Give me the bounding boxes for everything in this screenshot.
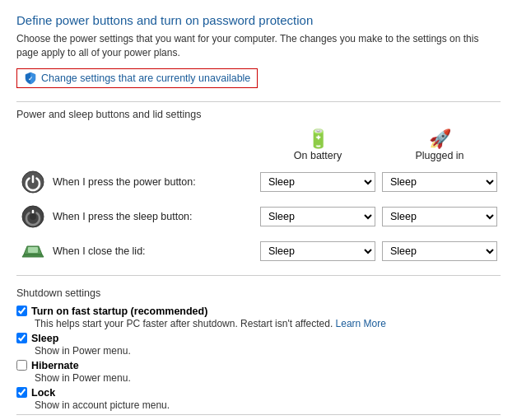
shutdown-item-fast_startup: Turn on fast startup (recommended)This h…: [16, 306, 501, 329]
row-icon-2: [20, 238, 46, 264]
shutdown-item-desc-lock: Show in account picture menu.: [35, 399, 501, 411]
battery-icon: 🔋: [307, 130, 329, 148]
shutdown-section: Shutdown settings Turn on fast startup (…: [16, 287, 501, 414]
shutdown-items-container: Turn on fast startup (recommended)This h…: [16, 306, 501, 411]
plugged-icon: 🚀: [429, 130, 451, 148]
battery-select-1[interactable]: Do nothingSleepHibernateShut down: [260, 207, 375, 226]
row-label-0: When I press the power button:: [53, 176, 196, 188]
shutdown-item-lock: LockShow in account picture menu.: [16, 387, 501, 411]
col-battery-header: 🔋 On battery: [257, 127, 379, 165]
row-icon-0: [20, 169, 46, 195]
section-divider-1: [16, 101, 501, 102]
table-row: When I press the sleep button:Do nothing…: [16, 199, 501, 234]
page-title: Define power buttons and turn on passwor…: [16, 13, 501, 27]
main-window: Define power buttons and turn on passwor…: [0, 0, 517, 420]
table-row: When I close the lid:Do nothingSleepHibe…: [16, 234, 501, 268]
shutdown-item-sleep: SleepShow in Power menu.: [16, 333, 501, 357]
footer: Save changes Cancel: [16, 414, 501, 420]
power-sleep-section-title: Power and sleep buttons and lid settings: [16, 109, 501, 120]
plugged-select-1[interactable]: Do nothingSleepHibernateShut down: [382, 207, 497, 226]
shield-icon: ✓: [24, 72, 37, 85]
svg-rect-4: [28, 247, 38, 253]
checkbox-lock[interactable]: [16, 387, 27, 398]
page-description: Choose the power settings that you want …: [16, 32, 501, 60]
change-settings-button[interactable]: ✓ Change settings that are currently una…: [16, 68, 258, 88]
row-label-1: When I press the sleep button:: [53, 211, 193, 222]
shutdown-item-title-sleep: Sleep: [31, 333, 58, 344]
power-settings-table: 🔋 On battery 🚀 Plugged in When I press t…: [16, 127, 501, 268]
checkbox-fast_startup[interactable]: [16, 306, 27, 316]
shutdown-item-title-lock: Lock: [31, 387, 55, 399]
svg-text:✓: ✓: [28, 75, 33, 81]
battery-select-2[interactable]: Do nothingSleepHibernateShut down: [260, 241, 375, 261]
shutdown-item-hibernate: HibernateShow in Power menu.: [16, 360, 501, 384]
shutdown-item-desc-sleep: Show in Power menu.: [35, 345, 501, 357]
col-plugged-header: 🚀 Plugged in: [379, 127, 501, 165]
plugged-select-2[interactable]: Do nothingSleepHibernateShut down: [382, 241, 497, 261]
table-row: When I press the power button:Do nothing…: [16, 165, 501, 199]
shutdown-item-desc-hibernate: Show in Power menu.: [35, 372, 501, 384]
learn-more-link[interactable]: Learn More: [336, 318, 386, 329]
shutdown-section-title: Shutdown settings: [16, 287, 501, 299]
shutdown-item-title-fast_startup: Turn on fast startup (recommended): [31, 306, 207, 317]
row-icon-1: [20, 203, 46, 230]
svg-point-3: [30, 213, 36, 220]
change-settings-label: Change settings that are currently unava…: [41, 72, 250, 84]
section-divider-2: [16, 275, 501, 276]
checkbox-hibernate[interactable]: [16, 360, 27, 371]
checkbox-sleep[interactable]: [16, 333, 27, 343]
row-label-2: When I close the lid:: [53, 245, 146, 257]
shutdown-item-desc-fast_startup: This helps start your PC faster after sh…: [35, 318, 501, 329]
battery-select-0[interactable]: Do nothingSleepHibernateShut down: [260, 172, 375, 192]
shutdown-item-title-hibernate: Hibernate: [31, 360, 79, 371]
plugged-select-0[interactable]: Do nothingSleepHibernateShut down: [382, 172, 497, 192]
